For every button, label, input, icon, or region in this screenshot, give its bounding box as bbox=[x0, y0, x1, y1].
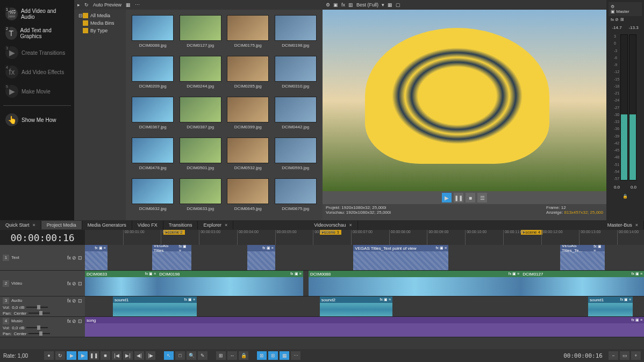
tab-transitions[interactable]: Transitions bbox=[163, 221, 198, 229]
vol-slider[interactable] bbox=[26, 327, 48, 328]
normal-edit-button[interactable]: ↖ bbox=[164, 351, 174, 360]
selection-tool-button[interactable]: □ bbox=[175, 351, 185, 360]
media-thumb[interactable]: DCIM0310.jpg bbox=[274, 56, 318, 92]
clip[interactable]: sound1fx ▣ ≡ bbox=[113, 296, 197, 316]
snap-button[interactable]: ⊞ bbox=[216, 351, 226, 360]
auto-crossfade-button[interactable]: ⊞ bbox=[268, 351, 278, 360]
auto-preview-toggle[interactable]: Auto Preview bbox=[93, 2, 121, 8]
tab-explorer[interactable]: Explorer× bbox=[198, 221, 233, 229]
media-thumb[interactable]: DCIM0593.jpg bbox=[274, 137, 318, 174]
go-end-button[interactable]: ▶| bbox=[123, 351, 133, 360]
envelope-tool-button[interactable]: ✎ bbox=[198, 351, 207, 360]
media-thumb[interactable]: DCIM0633.jpg bbox=[179, 178, 223, 215]
media-thumb[interactable]: DCIM0127.jpg bbox=[179, 15, 223, 52]
quantize-button[interactable]: ▦ bbox=[280, 351, 289, 360]
clip[interactable]: VEGAS Titlesfx ▣ ≡ bbox=[152, 245, 191, 270]
next-frame-button[interactable]: |▶ bbox=[146, 351, 155, 360]
auto-ripple-button[interactable]: ↔ bbox=[227, 351, 237, 360]
grid-icon[interactable]: ▦ bbox=[388, 2, 392, 8]
media-thumb[interactable]: DCIM0367.jpg bbox=[131, 97, 175, 133]
monitor-icon[interactable]: ▣ bbox=[333, 2, 338, 8]
gear-icon[interactable]: ⚙ bbox=[611, 4, 614, 9]
media-thumb[interactable]: DCIM0088.jpg bbox=[131, 15, 175, 52]
grid-view-icon[interactable]: ▦ bbox=[126, 2, 131, 8]
preview-video[interactable] bbox=[323, 10, 606, 191]
show-me-how[interactable]: 👆 Show Me How bbox=[3, 110, 71, 129]
track-controls[interactable]: fx ⊘ ⊡ bbox=[67, 281, 82, 286]
zoom-out-button[interactable]: − bbox=[609, 351, 618, 360]
clip-tools[interactable]: fx ▣ ≡ bbox=[593, 245, 603, 252]
go-start-button[interactable]: |◀ bbox=[112, 351, 121, 360]
tab-quick-start[interactable]: Quick Start× bbox=[0, 221, 41, 229]
media-thumb[interactable]: DCIM0478.jpg bbox=[131, 137, 175, 174]
track-content[interactable]: sound1fx ▣ ≡sound2fx ▣ ≡sound1fx ▣ ≡ bbox=[85, 296, 644, 316]
stop-button[interactable]: ■ bbox=[101, 351, 110, 360]
tree-item-1[interactable]: Media Bins bbox=[76, 19, 124, 27]
clip[interactable]: VEGAS Titles_Te...fx ▣ ≡ bbox=[560, 245, 605, 270]
track-header[interactable]: 1 Text fx ⊘ ⊡ bbox=[0, 245, 85, 270]
vol-slider[interactable] bbox=[26, 307, 48, 308]
clip-tools[interactable]: fx ▣ ≡ bbox=[179, 245, 190, 252]
media-thumb[interactable]: DCIM0198.jpg bbox=[274, 15, 318, 52]
close-icon[interactable]: × bbox=[349, 222, 352, 228]
overlay-icon[interactable]: ▢ bbox=[396, 2, 400, 8]
clip[interactable]: fx ▣ ≡ bbox=[85, 245, 108, 270]
more-icon[interactable]: ⋯ bbox=[135, 2, 140, 8]
close-icon[interactable]: × bbox=[225, 222, 227, 228]
media-thumb[interactable]: DCIM0632.jpg bbox=[131, 178, 175, 215]
tree-item-0[interactable]: ⊟ All Media bbox=[76, 12, 124, 19]
track-header[interactable]: 2 Video fx ⊘ ⊡ bbox=[0, 271, 85, 296]
play-button[interactable]: ▶ bbox=[78, 351, 88, 360]
media-thumb[interactable]: DCIM0175.jpg bbox=[226, 15, 270, 52]
clip-tools[interactable]: fx ▣ ≡ bbox=[620, 298, 631, 302]
lock-icon[interactable]: 🔒 bbox=[622, 194, 628, 199]
track-controls[interactable]: fx ⊘ ⊡ bbox=[67, 318, 82, 324]
tab-project-media[interactable]: Project Media bbox=[41, 221, 82, 229]
tree-toggle-icon[interactable]: ▸ bbox=[77, 2, 80, 8]
media-thumb[interactable]: DCIM0285.jpg bbox=[226, 56, 270, 92]
record-button[interactable]: ● bbox=[44, 351, 54, 360]
clip[interactable]: fx ▣ ≡ bbox=[247, 245, 275, 270]
qs-item-0[interactable]: 1🎬Add Video and Audio bbox=[3, 4, 71, 24]
tab-master-bus[interactable]: Master-Bus× bbox=[602, 221, 644, 229]
refresh-icon[interactable]: ↻ bbox=[84, 2, 89, 8]
tree-item-2[interactable]: By Type bbox=[76, 27, 124, 34]
tab-video-fx[interactable]: Video FX bbox=[132, 221, 163, 229]
zoom-in-button[interactable]: + bbox=[631, 351, 641, 360]
pan-slider[interactable] bbox=[28, 333, 50, 334]
media-thumb[interactable]: DCIM0387.jpg bbox=[179, 97, 223, 133]
timecode-display[interactable]: 00:00:00:16 bbox=[0, 230, 85, 245]
clip[interactable]: DCIM0633fx ▣ ≡ bbox=[85, 271, 158, 296]
media-thumb[interactable]: DCIM0399.jpg bbox=[226, 97, 270, 133]
close-icon[interactable]: × bbox=[33, 222, 35, 228]
fx-icon[interactable]: fx bbox=[341, 2, 345, 8]
clip-tools[interactable]: fx ▣ ≡ bbox=[632, 318, 642, 322]
media-thumb[interactable]: DCIM0645.jpg bbox=[226, 178, 270, 215]
clip-tools[interactable]: fx ▣ ≡ bbox=[145, 272, 156, 276]
clip[interactable]: DCIM0127fx ▣ ≡ bbox=[521, 271, 644, 296]
media-thumb[interactable]: DCIM0675.jpg bbox=[274, 178, 318, 215]
track-header[interactable]: 3 Audio fx ⊘ ⊡ Vol: 0,0 dB Pan: Center bbox=[0, 296, 85, 316]
pan-slider[interactable] bbox=[28, 313, 50, 314]
media-thumb[interactable]: DCIM0442.jpg bbox=[274, 97, 318, 133]
clip[interactable]: DCIM0198fx ▣ ≡ bbox=[158, 271, 303, 296]
media-thumb[interactable]: DCIM0244.jpg bbox=[179, 56, 223, 92]
track-content[interactable]: DCIM0633fx ▣ ≡DCIM0198fx ▣ ≡DCIM0088fx ▣… bbox=[85, 271, 644, 296]
track-content[interactable]: fx ▣ ≡VEGAS Titlesfx ▣ ≡fx ▣ ≡VEGAS Titl… bbox=[85, 245, 644, 270]
pause-button[interactable]: ❚❚ bbox=[454, 193, 463, 202]
clip[interactable]: songfx ▣ ≡ bbox=[85, 317, 644, 337]
timeline-ruler[interactable]: ▸scene 2▸scene 3▸scene 4 00:00:01:0000:0… bbox=[85, 230, 644, 245]
crossfade-button[interactable]: ⊠ bbox=[257, 351, 267, 360]
zoom-tool-button[interactable]: 🔍 bbox=[187, 351, 196, 360]
quality-dropdown[interactable]: Best (Full) bbox=[356, 2, 378, 8]
clip-tools[interactable]: fx ▣ ≡ bbox=[436, 246, 447, 250]
clip-tools[interactable]: fx ▣ ≡ bbox=[509, 272, 519, 276]
clip-tools[interactable]: fx ▣ ≡ bbox=[290, 272, 301, 276]
menu-button[interactable]: ☰ bbox=[477, 193, 487, 202]
track-controls[interactable]: fx ⊘ ⊡ bbox=[67, 298, 82, 303]
gear-icon[interactable]: ⚙ bbox=[326, 2, 330, 8]
clip-tools[interactable]: fx ▣ ≡ bbox=[632, 272, 642, 276]
track-header[interactable]: 4 Music fx ⊘ ⊡ Vol: 0,0 dB Pan: Center bbox=[0, 317, 85, 337]
close-icon[interactable]: × bbox=[635, 222, 638, 228]
media-thumb[interactable]: DCIM0532.jpg bbox=[226, 137, 270, 174]
